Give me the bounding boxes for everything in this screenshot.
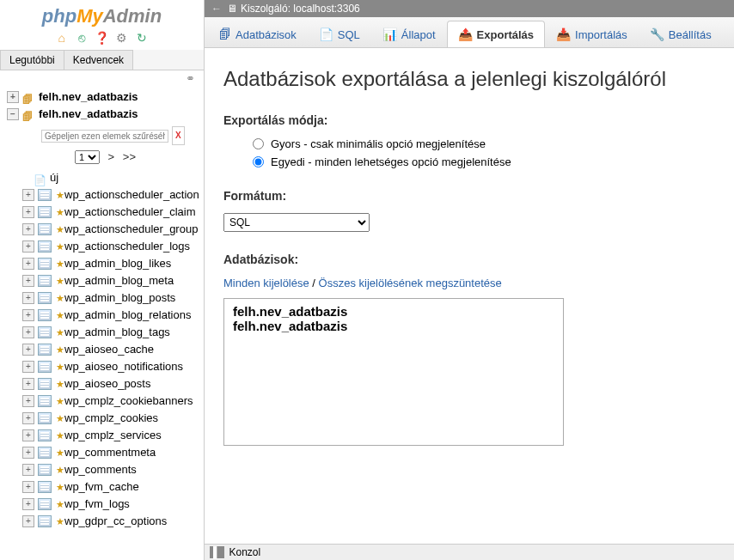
page-select[interactable]: 1 (75, 150, 100, 164)
favorite-icon[interactable]: ★ (56, 393, 64, 410)
console-toggle-icon[interactable]: ▌ (210, 546, 224, 558)
database-listbox[interactable]: felh.nev_adatbazis felh.nev_adatbazis (223, 298, 564, 446)
favorite-icon[interactable]: ★ (56, 358, 64, 375)
expand-icon[interactable]: + (22, 223, 34, 235)
favorite-icon[interactable]: ★ (56, 513, 64, 530)
favorite-icon[interactable]: ★ (56, 238, 64, 255)
favorite-icon[interactable]: ★ (56, 427, 64, 444)
table-label[interactable]: wp_cmplz_cookies (64, 410, 158, 427)
deselect-all-link[interactable]: Összes kijelölésének megszüntetése (319, 277, 502, 289)
expand-icon[interactable]: + (22, 447, 34, 459)
expand-icon[interactable]: + (22, 258, 34, 270)
expand-icon[interactable]: + (22, 481, 34, 493)
table-node[interactable]: +★ wp_admin_blog_tags (22, 324, 204, 341)
table-label[interactable]: wp_fvm_cache (64, 478, 139, 496)
home-icon[interactable]: ⌂ (54, 31, 70, 46)
expand-icon[interactable]: + (22, 344, 34, 356)
expand-icon[interactable]: + (22, 378, 34, 390)
tab-sql[interactable]: 📄SQL (308, 21, 371, 47)
collapse-icon[interactable]: − (7, 108, 19, 120)
table-label[interactable]: wp_comments (64, 461, 137, 478)
radio-quick[interactable] (253, 138, 264, 149)
table-label[interactable]: wp_admin_blog_relations (64, 307, 191, 324)
table-label[interactable]: wp_fvm_logs (64, 496, 130, 513)
favorite-icon[interactable]: ★ (56, 204, 64, 221)
expand-icon[interactable]: + (22, 326, 34, 338)
logout-icon[interactable]: ⎋ (74, 31, 89, 46)
favorite-icon[interactable]: ★ (56, 186, 64, 204)
favorite-icon[interactable]: ★ (56, 307, 64, 324)
table-label[interactable]: wp_actionscheduler_action (64, 186, 199, 204)
favorite-icon[interactable]: ★ (56, 410, 64, 427)
table-label[interactable]: wp_admin_blog_meta (64, 272, 174, 289)
table-node[interactable]: +★ wp_actionscheduler_action (22, 186, 204, 204)
page-next[interactable]: > (108, 150, 115, 163)
table-node[interactable]: +★ wp_fvm_cache (22, 478, 204, 496)
table-node[interactable]: +★ wp_comments (22, 461, 204, 478)
favorite-icon[interactable]: ★ (56, 444, 64, 461)
table-node[interactable]: +★ wp_admin_blog_relations (22, 307, 204, 324)
table-label[interactable]: wp_admin_blog_likes (64, 255, 171, 272)
table-label[interactable]: wp_aioseo_notifications (64, 358, 183, 375)
table-node[interactable]: +★ wp_cmplz_cookiebanners (22, 393, 204, 410)
favorite-icon[interactable]: ★ (56, 341, 64, 358)
table-node[interactable]: +★ wp_commentmeta (22, 444, 204, 461)
expand-icon[interactable]: + (22, 275, 34, 287)
table-node[interactable]: +★ wp_aioseo_cache (22, 341, 204, 358)
tab-import[interactable]: 📥Importálás (545, 21, 639, 47)
table-label[interactable]: wp_cmplz_services (64, 427, 162, 444)
table-node[interactable]: +★ wp_actionscheduler_group (22, 221, 204, 238)
favorite-icon[interactable]: ★ (56, 255, 64, 272)
table-node[interactable]: +★ wp_admin_blog_meta (22, 272, 204, 289)
reload-icon[interactable]: ↻ (134, 31, 150, 46)
table-node[interactable]: +★ wp_admin_blog_posts (22, 289, 204, 307)
expand-icon[interactable]: + (22, 189, 34, 201)
favorite-icon[interactable]: ★ (56, 496, 64, 513)
expand-icon[interactable]: + (7, 91, 19, 103)
expand-icon[interactable]: + (22, 429, 34, 441)
table-label[interactable]: wp_commentmeta (64, 444, 156, 461)
favorite-icon[interactable]: ★ (56, 375, 64, 393)
tab-favorites[interactable]: Kedvencek (64, 50, 133, 70)
tab-databases[interactable]: 🗐Adatbázisok (208, 21, 308, 47)
logo[interactable]: phpMyAdmin (0, 0, 204, 29)
expand-icon[interactable]: + (22, 498, 34, 510)
table-label[interactable]: wp_aioseo_posts (64, 375, 150, 393)
table-node[interactable]: +★ wp_cmplz_cookies (22, 410, 204, 427)
tab-export[interactable]: 📤Exportálás (447, 21, 545, 47)
favorite-icon[interactable]: ★ (56, 461, 64, 478)
table-label[interactable]: wp_admin_blog_tags (64, 324, 170, 341)
table-node[interactable]: +★ wp_cmplz_services (22, 427, 204, 444)
tab-status[interactable]: 📊Állapot (371, 21, 447, 47)
link-icon[interactable]: ⚭ (0, 70, 204, 87)
table-node[interactable]: +★ wp_gdpr_cc_options (22, 513, 204, 530)
table-label[interactable]: wp_cmplz_cookiebanners (64, 393, 193, 410)
server-label[interactable]: Kiszolgáló: localhost:3306 (241, 3, 360, 15)
expand-icon[interactable]: + (22, 464, 34, 476)
select-all-link[interactable]: Minden kijelölése (223, 277, 309, 289)
expand-icon[interactable]: + (22, 206, 34, 218)
radio-custom-label[interactable]: Egyedi - minden lehetséges opció megjele… (271, 155, 511, 168)
expand-icon[interactable]: + (22, 515, 34, 527)
table-label[interactable]: wp_actionscheduler_logs (64, 238, 190, 255)
favorite-icon[interactable]: ★ (56, 324, 64, 341)
table-label[interactable]: wp_admin_blog_posts (64, 289, 175, 307)
db-option-0[interactable]: felh.nev_adatbazis (231, 304, 556, 319)
expand-icon[interactable]: + (22, 309, 34, 321)
nav-back-icon[interactable]: ← (211, 3, 222, 15)
table-node[interactable]: +★ wp_fvm_logs (22, 496, 204, 513)
expand-icon[interactable]: + (22, 395, 34, 407)
new-node[interactable]: új (22, 169, 204, 186)
db-option-1[interactable]: felh.nev_adatbazis (231, 319, 556, 333)
table-node[interactable]: +★ wp_admin_blog_likes (22, 255, 204, 272)
table-label[interactable]: wp_actionscheduler_group (64, 221, 198, 238)
table-label[interactable]: wp_actionscheduler_claim (64, 204, 195, 221)
table-label[interactable]: wp_gdpr_cc_options (64, 513, 167, 530)
db-node-1[interactable]: + felh.nev_adatbazis (7, 88, 204, 106)
favorite-icon[interactable]: ★ (56, 289, 64, 307)
table-node[interactable]: +★ wp_aioseo_notifications (22, 358, 204, 375)
db-node-2[interactable]: − felh.nev_adatbazis (7, 106, 204, 123)
page-last[interactable]: >> (123, 150, 136, 163)
expand-icon[interactable]: + (22, 361, 34, 373)
table-node[interactable]: +★ wp_actionscheduler_claim (22, 204, 204, 221)
